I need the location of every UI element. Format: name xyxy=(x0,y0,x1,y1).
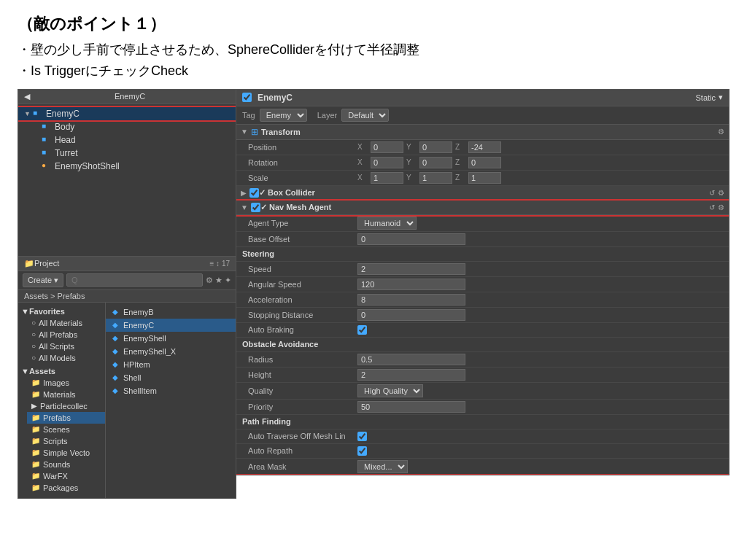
cube-icon: ■ xyxy=(33,109,43,119)
tag-select[interactable]: Enemy xyxy=(260,109,307,122)
position-x[interactable] xyxy=(371,141,403,153)
sidebar-particlecollec[interactable]: ▶Particlecollec xyxy=(27,400,105,412)
obstacle-label: Obstacle Avoidance xyxy=(242,340,352,349)
hierarchy-item-enemyc[interactable]: ▼ ■ EnemyC xyxy=(18,107,236,120)
sidebar-scenes[interactable]: 📁Scenes xyxy=(27,424,105,435)
sidebar-all-materials[interactable]: ○All Materials xyxy=(27,317,105,329)
asset-enemyshell-x[interactable]: ◆EnemyShell_X xyxy=(106,345,236,358)
circle-icon: ○ xyxy=(31,342,36,350)
asset-enemyshell[interactable]: ◆EnemyShell xyxy=(106,332,236,345)
prefab-icon: ◆ xyxy=(110,373,120,383)
reset-icon[interactable]: ↺ xyxy=(709,189,715,197)
agent-type-label: Agent Type xyxy=(248,219,357,228)
nav-mesh-header[interactable]: ▼ ✓ Nav Mesh Agent ↺ ⚙ xyxy=(236,201,729,215)
sidebar-all-prefabs[interactable]: ○All Prefabs xyxy=(27,329,105,341)
position-z[interactable] xyxy=(468,141,501,153)
auto-repath-checkbox[interactable] xyxy=(357,446,367,456)
folder-icon: 📁 xyxy=(31,425,40,433)
project-header: 📁 Project ≡ ↕ 17 xyxy=(18,257,236,271)
reset-icon[interactable]: ↺ xyxy=(709,203,715,211)
stopping-distance-input[interactable] xyxy=(357,309,465,321)
auto-traverse-checkbox[interactable] xyxy=(357,432,367,441)
height-input[interactable] xyxy=(357,369,465,381)
layer-select[interactable]: Default xyxy=(341,109,389,122)
box-collider-header[interactable]: ▶ ✓ Box Collider ↺ ⚙ xyxy=(236,186,729,201)
assets-items: 📁Images 📁Materials ▶Particlecollec 📁Pref… xyxy=(18,377,105,494)
item-label: Body xyxy=(55,122,74,132)
asset-shellitem[interactable]: ◆ShellItem xyxy=(106,384,236,397)
scale-x[interactable] xyxy=(371,172,403,184)
scale-y[interactable] xyxy=(419,172,452,184)
asset-enemyb[interactable]: ◆EnemyB xyxy=(106,306,236,319)
static-label: Static xyxy=(695,93,716,102)
x-label: X xyxy=(357,143,368,151)
bullet1: ・壁の少し手前で停止させるため、SphereColliderを付けて半径調整 xyxy=(18,39,729,61)
position-label: Position xyxy=(248,143,357,152)
sidebar-sounds[interactable]: 📁Sounds xyxy=(27,459,105,470)
tag-label: Tag xyxy=(242,111,255,120)
cube-icon: ■ xyxy=(42,135,52,145)
static-badge: Static ▾ xyxy=(695,93,723,102)
triangle-icon: ▼ xyxy=(21,307,29,316)
gear-icon[interactable]: ⚙ xyxy=(718,189,724,197)
sidebar-prefabs[interactable]: 📁Prefabs xyxy=(27,412,105,424)
rotation-y[interactable] xyxy=(419,157,452,168)
hierarchy-name: EnemyC xyxy=(115,92,145,101)
box-collider-checkbox[interactable] xyxy=(249,188,259,198)
item-label: EnemyC xyxy=(46,109,80,119)
speed-input[interactable] xyxy=(357,263,465,275)
nav-mesh-checkbox[interactable] xyxy=(251,203,260,212)
create-button[interactable]: Create ▾ xyxy=(23,273,63,287)
quality-select[interactable]: High Quality xyxy=(357,384,423,397)
sidebar-all-models[interactable]: ○All Models xyxy=(27,352,105,364)
sidebar-packages[interactable]: 📁Packages xyxy=(27,482,105,494)
gear-icon[interactable]: ⚙ xyxy=(718,203,724,211)
gear-icon[interactable]: ⚙ xyxy=(718,128,724,136)
prefab-icon: ◆ xyxy=(110,346,120,357)
hierarchy-item-head[interactable]: ■ Head xyxy=(18,133,236,147)
active-checkbox[interactable] xyxy=(242,93,252,102)
tag-row: Tag Enemy Layer Default xyxy=(236,106,729,125)
hierarchy-item-enemyshotshell[interactable]: ● EnemyShotShell xyxy=(18,160,236,173)
scale-row: Scale X Y Z xyxy=(236,171,729,186)
x-label: X xyxy=(357,158,368,166)
auto-braking-checkbox[interactable] xyxy=(357,325,367,335)
sidebar-scripts[interactable]: 📁Scripts xyxy=(27,435,105,447)
hierarchy-item-body[interactable]: ■ Body xyxy=(18,120,236,133)
sidebar-images[interactable]: 📁Images xyxy=(27,377,105,389)
search-input[interactable] xyxy=(66,273,203,287)
hierarchy-item-turret[interactable]: ■ Turret xyxy=(18,147,236,160)
scale-z[interactable] xyxy=(468,172,501,184)
angular-speed-label: Angular Speed xyxy=(248,280,357,289)
layer-label: Layer xyxy=(317,111,338,120)
asset-enemyc[interactable]: ◆EnemyC xyxy=(106,319,236,332)
transform-icon: ⊞ xyxy=(251,127,258,137)
rotation-x[interactable] xyxy=(371,157,403,168)
static-dropdown[interactable]: ▾ xyxy=(719,93,723,102)
angular-speed-input[interactable] xyxy=(357,279,465,290)
acceleration-label: Acceleration xyxy=(248,295,357,304)
assets-header[interactable]: ▼ Assets xyxy=(18,365,105,377)
base-offset-input[interactable] xyxy=(357,233,465,245)
transform-arrow: ▼ xyxy=(241,128,248,136)
priority-input[interactable] xyxy=(357,401,465,413)
agent-type-select[interactable]: Humanoid xyxy=(357,217,417,230)
item-label: Head xyxy=(55,135,76,145)
rotation-z[interactable] xyxy=(468,157,501,168)
folder-icon: 📁 xyxy=(31,460,40,468)
favorites-header[interactable]: ▼ Favorites xyxy=(18,306,105,317)
asset-hpitem[interactable]: ◆HPItem xyxy=(106,358,236,371)
radius-input[interactable] xyxy=(357,354,465,365)
sidebar-all-scripts[interactable]: ○All Scripts xyxy=(27,341,105,352)
assets-label: Assets xyxy=(29,367,55,376)
position-y[interactable] xyxy=(419,141,452,153)
transform-header[interactable]: ▼ ⊞ Transform ⚙ xyxy=(236,125,729,140)
cube-icon: ■ xyxy=(42,148,52,158)
sidebar-simple-vecto[interactable]: 📁Simple Vecto xyxy=(27,447,105,459)
area-mask-select[interactable]: Mixed... xyxy=(357,460,408,473)
acceleration-input[interactable] xyxy=(357,294,465,306)
sidebar-materials[interactable]: 📁Materials xyxy=(27,389,105,400)
asset-shell[interactable]: ◆Shell xyxy=(106,371,236,384)
sidebar-warfx[interactable]: 📁WarFX xyxy=(27,470,105,482)
base-offset-label: Base Offset xyxy=(248,235,357,244)
